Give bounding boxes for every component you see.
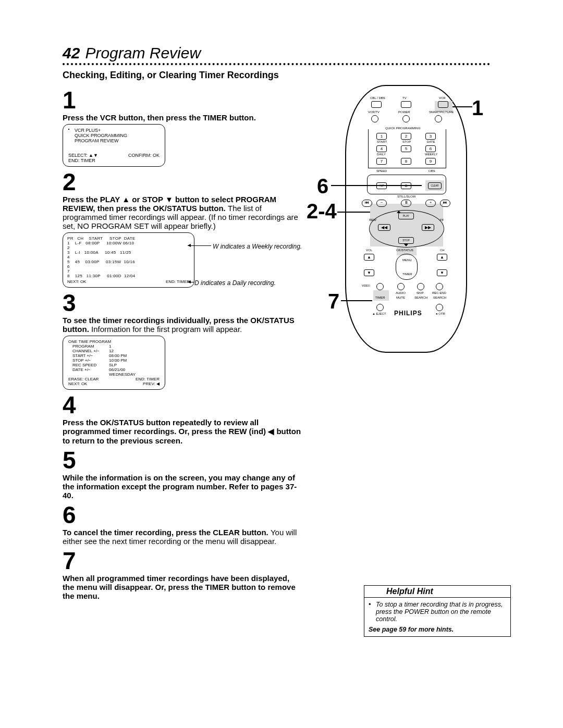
remote-key-1[interactable]: 1 <box>376 133 387 140</box>
remote-key-5[interactable]: 5 <box>401 145 411 152</box>
remote-key-9[interactable]: 9 <box>425 158 436 165</box>
step-6-text-bold: To cancel the timer recording, press the… <box>63 528 271 537</box>
step-1-number: 1 <box>63 88 302 112</box>
note-weekly: W indicates a Weekly recording. <box>213 243 302 250</box>
remote-key-rew[interactable]: ◀◀ <box>378 224 390 231</box>
helpful-hint-body: To stop a timer recording that is in pro… <box>364 598 510 626</box>
remote-control-illustration: CBL / DBS TV VCR VCR/TV POWER SMARTPICTU… <box>345 85 467 353</box>
step-4-number: 4 <box>63 393 302 417</box>
remote-key-clear[interactable]: CLEAR <box>428 182 442 189</box>
step-7-text: When all programmed timer recordings hav… <box>63 574 296 600</box>
remote-key-4[interactable]: 4 <box>376 145 387 152</box>
step-5-number: 5 <box>63 448 302 472</box>
callout-1: 1 <box>472 96 483 120</box>
step-6-number: 6 <box>63 503 302 527</box>
note-daily: D indicates a Daily recording. <box>194 279 276 287</box>
step-1-text: Press the VCR button, then press the TIM… <box>63 113 256 122</box>
remote-key-ch-down[interactable]: ▼ <box>437 269 447 276</box>
remote-key-3[interactable]: 3 <box>425 133 436 140</box>
helpful-hint-header: Helpful Hint <box>364 586 510 598</box>
osd-screen-program-detail: ONE TIME PROGRAM PROGRAM1 CHANNEL +/−12 … <box>63 336 165 390</box>
remote-key-alt[interactable]: ALT <box>376 182 387 189</box>
remote-key-ch-up[interactable]: ▲ <box>437 254 447 261</box>
remote-key-vol-up[interactable]: ▲ <box>364 254 374 261</box>
remote-key-2[interactable]: 2 <box>401 133 411 140</box>
step-3-text-rest: Information for the first program will a… <box>91 325 242 334</box>
remote-key-stop[interactable]: STOP <box>398 237 414 244</box>
remote-key-6[interactable]: 6 <box>425 145 436 152</box>
remote-key-ff[interactable]: ▶▶ <box>422 224 434 231</box>
philips-brand: PHILIPS <box>394 310 422 317</box>
instructions-column: 1 Press the VCR button, then press the T… <box>63 85 302 600</box>
step-4-text: Press the OK/STATUS button repeatedly to… <box>63 418 301 445</box>
step-3-number: 3 <box>63 291 302 315</box>
remote-key-7[interactable]: 7 <box>376 158 387 165</box>
remote-key-vol-down[interactable]: ▼ <box>364 269 374 276</box>
remote-key-8[interactable]: 8 <box>401 158 411 165</box>
dotted-rule <box>63 63 490 66</box>
step-7-number: 7 <box>63 549 302 573</box>
subtitle: Checking, Editing, or Clearing Timer Rec… <box>63 70 511 81</box>
helpful-hint-footer: See page 59 for more hints. <box>364 626 510 636</box>
osd-screen-program-list: PR CH START STOP DATE 1 L-F 08:00P 10:00… <box>63 232 194 288</box>
callout-7: 7 <box>328 290 339 313</box>
page-title: Program Review <box>85 44 201 62</box>
remote-key-0[interactable]: 0 <box>401 182 411 189</box>
page-number: 42 <box>63 44 80 62</box>
callout-2-4: 2-4 <box>307 200 337 223</box>
helpful-hint-box: Helpful Hint To stop a timer recording t… <box>364 585 511 637</box>
remote-illustration-column: 1 6 2-4 7 CBL / DBS TV <box>302 85 511 600</box>
remote-key-play[interactable]: PLAY <box>398 213 414 219</box>
page-title-row: 42 Program Review <box>63 44 511 62</box>
callout-6: 6 <box>317 175 328 198</box>
osd-screen-menu: VCR PLUS+ QUICK PROGRAMMING PROGRAM REVI… <box>63 124 165 167</box>
step-5-text: While the information is on the screen, … <box>63 473 297 500</box>
step-2-number: 2 <box>63 170 302 194</box>
